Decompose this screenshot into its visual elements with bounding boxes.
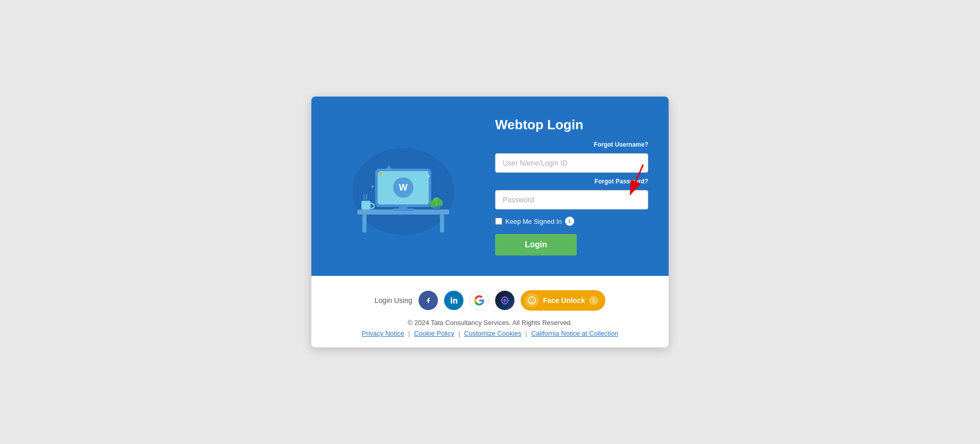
login-card: W xyxy=(311,97,669,347)
svg-point-15 xyxy=(379,172,382,175)
face-icon xyxy=(525,293,539,308)
keep-signed-checkbox[interactable] xyxy=(495,218,502,225)
forgot-username-row: Forgot Username? xyxy=(495,141,648,148)
footer-sep-1: | xyxy=(408,330,410,337)
form-title: Webtop Login xyxy=(495,117,648,133)
copyright-text: © 2024 Tata Consultancy Services. All Ri… xyxy=(408,319,573,326)
password-input[interactable] xyxy=(495,190,648,209)
svg-rect-10 xyxy=(361,201,371,209)
svg-point-24 xyxy=(528,297,535,304)
custom-login-button[interactable] xyxy=(495,291,514,310)
face-unlock-info-icon[interactable]: i xyxy=(589,296,598,305)
linkedin-login-button[interactable] xyxy=(444,291,463,310)
california-notice-link[interactable]: California Notice at Collection xyxy=(531,330,619,337)
login-using-row: Login Using xyxy=(375,290,605,311)
facebook-login-button[interactable] xyxy=(419,291,438,310)
keep-signed-info-icon[interactable]: i xyxy=(565,217,574,226)
face-unlock-label: Face Unlock xyxy=(543,296,585,305)
svg-rect-5 xyxy=(393,208,413,211)
login-button[interactable]: Login xyxy=(495,234,577,255)
face-unlock-button[interactable]: Face Unlock i xyxy=(521,290,605,311)
footer-sep-3: | xyxy=(525,330,527,337)
customize-cookies-link[interactable]: Customize Cookies xyxy=(464,330,521,337)
password-wrapper xyxy=(495,190,648,209)
username-input[interactable] xyxy=(495,153,648,173)
keep-signed-label: Keep Me Signed In xyxy=(505,218,562,225)
svg-point-17 xyxy=(372,185,374,188)
privacy-notice-link[interactable]: Privacy Notice xyxy=(362,330,404,337)
footer-links: Privacy Notice | Cookie Policy | Customi… xyxy=(362,330,619,337)
login-form-area: Webtop Login Forgot Username? Forgot Pas… xyxy=(495,117,648,255)
svg-rect-3 xyxy=(440,215,444,232)
svg-text:W: W xyxy=(399,182,408,193)
svg-point-22 xyxy=(451,297,452,299)
svg-point-14 xyxy=(437,199,443,206)
svg-rect-2 xyxy=(362,215,366,232)
forgot-password-row: Forgot Password? xyxy=(495,178,648,185)
page-wrapper: W xyxy=(0,76,980,368)
svg-point-26 xyxy=(532,299,533,300)
keep-signed-row: Keep Me Signed In i xyxy=(495,217,648,226)
cookie-policy-link[interactable]: Cookie Policy xyxy=(414,330,454,337)
svg-rect-21 xyxy=(451,299,452,303)
card-bottom: Login Using xyxy=(311,276,669,347)
svg-point-13 xyxy=(430,200,436,207)
illustration: W xyxy=(327,130,480,243)
forgot-username-link[interactable]: Forgot Username? xyxy=(594,141,648,148)
footer-sep-2: | xyxy=(458,330,460,337)
svg-point-16 xyxy=(428,175,430,177)
svg-point-25 xyxy=(530,299,531,300)
card-top: W xyxy=(311,97,669,276)
forgot-password-link[interactable]: Forgot Password? xyxy=(595,178,648,185)
google-login-button[interactable] xyxy=(470,291,489,310)
login-using-label: Login Using xyxy=(375,296,412,305)
